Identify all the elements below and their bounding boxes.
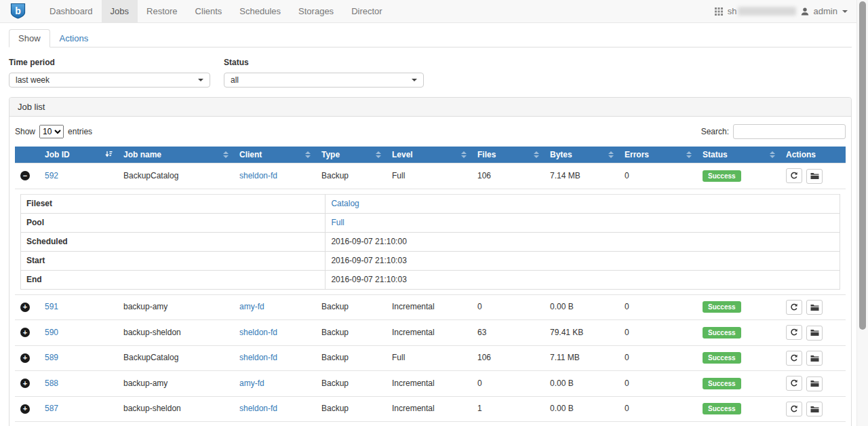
client-link[interactable]: sheldon-fd — [239, 404, 277, 413]
client-link[interactable]: sheldon-fd — [239, 171, 277, 180]
rerun-job-button[interactable] — [786, 300, 802, 315]
vertical-scrollbar[interactable] — [856, 0, 868, 426]
time-period-select[interactable]: last week — [9, 73, 210, 88]
column-header[interactable]: Files — [472, 147, 545, 163]
job-files-cell: 63 — [472, 320, 545, 346]
main-nav: Dashboard Jobs Restore Clients Schedules… — [41, 0, 391, 22]
client-link[interactable]: sheldon-fd — [239, 353, 277, 362]
column-header[interactable]: Status — [697, 147, 781, 163]
entries-select[interactable]: 10 — [39, 125, 64, 138]
rerun-job-button[interactable] — [786, 168, 802, 183]
job-id-link[interactable]: 591 — [45, 302, 58, 311]
column-header[interactable]: Job name — [118, 147, 234, 163]
job-name-cell: BackupCatalog — [118, 163, 234, 189]
nav-item[interactable]: Schedules — [231, 0, 290, 22]
tab-actions[interactable]: Actions — [50, 29, 98, 47]
job-files-cell: 0 — [472, 371, 545, 397]
status-select[interactable]: all — [224, 73, 424, 88]
job-bytes-cell: 7.09 MB — [545, 422, 619, 426]
expand-row-button[interactable]: + — [20, 328, 30, 337]
nav-item[interactable]: Jobs — [102, 0, 138, 22]
search-input[interactable] — [733, 124, 846, 139]
job-id-link[interactable]: 589 — [45, 353, 58, 362]
column-header-label: Status — [703, 150, 728, 159]
job-files-button[interactable] — [806, 169, 823, 184]
job-id-link[interactable]: 587 — [45, 404, 58, 413]
job-row: + 587 backup-sheldon sheldon-fd Backup I… — [15, 396, 846, 422]
collapse-row-button[interactable]: − — [20, 171, 30, 180]
job-level-cell: Full — [387, 422, 472, 426]
status-label: Status — [224, 58, 424, 67]
job-files-button[interactable] — [806, 351, 823, 366]
folder-icon — [810, 172, 819, 180]
job-row: + 590 backup-sheldon sheldon-fd Backup I… — [15, 320, 846, 346]
baculum-logo[interactable]: b — [10, 0, 26, 22]
job-level-cell: Incremental — [387, 294, 472, 320]
column-header-label: Job ID — [45, 150, 70, 159]
column-header[interactable] — [15, 147, 39, 163]
nav-item-label: Restore — [146, 6, 178, 16]
nav-item[interactable]: Storages — [290, 0, 342, 22]
expand-row-button[interactable]: + — [20, 303, 30, 312]
tab-show[interactable]: Show — [9, 29, 50, 47]
job-files-button[interactable] — [806, 402, 823, 417]
job-errors-cell: 0 — [619, 320, 697, 346]
client-link[interactable]: amy-fd — [239, 302, 264, 311]
jobs-table: Job ID Job nam — [15, 147, 846, 426]
sort-icon — [770, 151, 775, 158]
job-detail-row: Fileset Catalog — [21, 194, 840, 213]
job-level-cell: Incremental — [387, 371, 472, 397]
expand-row-button[interactable]: + — [20, 404, 30, 414]
column-header[interactable]: Job ID — [39, 147, 118, 163]
nav-item[interactable]: Restore — [138, 0, 186, 22]
column-header[interactable]: Level — [387, 147, 472, 163]
job-detail-label: End — [21, 270, 326, 289]
job-detail-value: 2016-09-07 21:10:03 — [331, 275, 406, 284]
apps-grid-icon[interactable] — [715, 7, 723, 16]
show-entries-label: Show — [15, 127, 35, 136]
nav-item[interactable]: Clients — [186, 0, 231, 22]
rerun-job-button[interactable] — [786, 351, 802, 366]
sort-icon — [534, 151, 539, 158]
job-detail-value[interactable]: Catalog — [331, 199, 359, 208]
rerun-icon — [790, 405, 798, 413]
job-detail-row: Scheduled 2016-09-07 21:10:00 — [21, 232, 840, 251]
job-files-button[interactable] — [806, 300, 823, 315]
column-header[interactable]: Errors — [619, 147, 697, 163]
job-detail-value: 2016-09-07 21:10:03 — [331, 256, 406, 265]
job-id-link[interactable]: 590 — [45, 328, 58, 337]
client-link[interactable]: amy-fd — [239, 379, 264, 388]
folder-icon — [810, 304, 819, 311]
rerun-job-button[interactable] — [786, 376, 802, 391]
nav-item-label: Storages — [298, 6, 334, 16]
scrollbar-thumb[interactable] — [859, 1, 866, 330]
expand-row-button[interactable]: + — [20, 353, 30, 363]
job-id-link[interactable]: 592 — [45, 171, 58, 180]
host-name[interactable]: sh — [728, 6, 796, 16]
nav-item[interactable]: Dashboard — [41, 0, 102, 22]
status-value: all — [231, 75, 239, 85]
job-files-button[interactable] — [806, 326, 823, 341]
job-detail-value[interactable]: Full — [331, 218, 344, 227]
job-bytes-cell: 0.00 B — [545, 294, 619, 320]
nav-item-label: Clients — [195, 6, 222, 16]
column-header[interactable]: Actions — [781, 147, 846, 163]
column-header[interactable]: Client — [234, 147, 316, 163]
column-header[interactable]: Type — [316, 147, 387, 163]
sort-icon — [223, 151, 229, 158]
job-id-link[interactable]: 588 — [45, 379, 58, 388]
user-menu[interactable]: admin — [814, 6, 837, 16]
svg-text:b: b — [15, 5, 21, 16]
rerun-job-button[interactable] — [786, 325, 802, 340]
rerun-job-button[interactable] — [786, 402, 802, 417]
client-link[interactable]: sheldon-fd — [239, 328, 277, 337]
job-bytes-cell: 79.41 KB — [545, 320, 619, 346]
nav-item-label: Schedules — [239, 6, 281, 16]
column-header-label: Errors — [625, 150, 649, 159]
job-level-cell: Full — [387, 163, 472, 189]
nav-item[interactable]: Director — [342, 0, 391, 22]
column-header[interactable]: Bytes — [545, 147, 619, 163]
sort-icon — [608, 151, 614, 158]
job-files-button[interactable] — [806, 376, 823, 391]
expand-row-button[interactable]: + — [20, 379, 30, 388]
